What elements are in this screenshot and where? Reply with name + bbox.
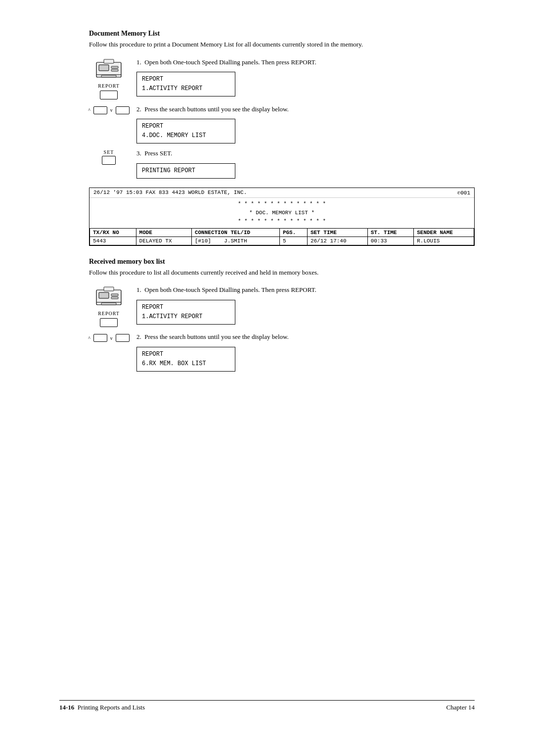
sec2-step1-icon-area: REPORT: [89, 285, 129, 327]
step3-display: PRINTING REPORT: [136, 163, 235, 179]
step1-content: 1. Open both One-touch Speed Dialling pa…: [136, 57, 475, 97]
section1: Document Memory List Follow this procedu…: [89, 30, 475, 246]
sec2-step1-display: REPORT 1.ACTIVITY REPORT: [136, 300, 235, 325]
step3-content: 3. Press SET. PRINTING REPORT: [136, 148, 475, 179]
section2-step1: REPORT 1. Open both One-touch Speed Dial…: [89, 285, 475, 327]
nav-buttons: ^ v: [88, 106, 130, 114]
col-sttime: ST. TIME: [367, 228, 414, 236]
col-mode: MODE: [136, 228, 191, 236]
col-sender: SENDER NAME: [414, 228, 474, 236]
sec2-step2-text: 2. Press the search buttons until you se…: [136, 332, 475, 342]
footer-right: Chapter 14: [446, 704, 475, 711]
svg-rect-2: [111, 66, 118, 68]
svg-rect-12: [101, 303, 116, 305]
sec2-step1-content: 1. Open both One-touch Speed Dialling pa…: [136, 285, 475, 325]
fax-stars: * * * * * * * * * * * * * * * DOC. MEMOR…: [89, 198, 474, 228]
svg-rect-5: [101, 75, 116, 77]
fax-sample-table: 26/12 '97 15:03 FAX 833 4423 WORLD ESTAT…: [89, 188, 475, 246]
section1-desc: Follow this procedure to print a Documen…: [89, 40, 475, 49]
step1-icon-area: REPORT: [89, 57, 129, 99]
sec2-step2-content: 2. Press the search buttons until you se…: [136, 332, 475, 372]
svg-rect-6: [104, 59, 114, 63]
fax-header-row: 26/12 '97 15:03 FAX 833 4423 WORLD ESTAT…: [89, 188, 474, 198]
report-icon-label: REPORT: [98, 83, 120, 89]
fax-data-table: TX/RX NO MODE CONNECTION TEL/ID PGS. SET…: [89, 228, 474, 245]
section1-step2: ^ v 2. Press the search buttons until yo…: [89, 104, 475, 144]
col-pgs: PGS.: [279, 228, 307, 236]
table-header-row: TX/RX NO MODE CONNECTION TEL/ID PGS. SET…: [90, 228, 474, 236]
sec2-step2-display: REPORT 6.RX MEM. BOX LIST: [136, 347, 235, 372]
section1-step1: REPORT 1. Open both One-touch Speed Dial…: [89, 57, 475, 99]
step3-text: 3. Press SET.: [136, 148, 475, 158]
up-button: [93, 106, 107, 114]
svg-rect-9: [111, 294, 118, 296]
step1-text: 1. Open both One-touch Speed Dialling pa…: [136, 57, 475, 67]
section2-step2: ^ v 2. Press the search buttons until yo…: [89, 332, 475, 372]
svg-rect-1: [99, 65, 109, 71]
nav-buttons-2: ^ v: [88, 334, 130, 342]
section1-step3: SET 3. Press SET. PRINTING REPORT: [89, 148, 475, 179]
svg-rect-10: [111, 297, 118, 299]
report-button-2: [100, 318, 118, 327]
sec2-step1-text: 1. Open both One-touch Speed Dialling pa…: [136, 285, 475, 295]
footer: 14-16 Printing Reports and Lists Chapter…: [59, 700, 475, 711]
col-conn: CONNECTION TEL/ID: [191, 228, 279, 236]
page: Document Memory List Follow this procedu…: [0, 0, 534, 756]
step2-content: 2. Press the search buttons until you se…: [136, 104, 475, 144]
fax-machine-icon-2: [94, 285, 124, 310]
up-button-2: [93, 334, 107, 342]
step2-text: 2. Press the search buttons until you se…: [136, 104, 475, 114]
section2: Received memory box list Follow this pro…: [89, 258, 475, 372]
fax-machine-icon: [94, 57, 124, 82]
col-txrx: TX/RX NO: [90, 228, 136, 236]
step2-display: REPORT 4.DOC. MEMORY LIST: [136, 119, 235, 143]
table-row: 5443 DELAYED TX [#10] J.SMITH 5 26/12 17…: [90, 236, 474, 245]
step3-icon-area: SET: [89, 148, 129, 165]
down-button: [116, 106, 130, 114]
down-button-2: [116, 334, 130, 342]
col-settime: SET TIME: [307, 228, 367, 236]
step1-display: REPORT 1.ACTIVITY REPORT: [136, 72, 235, 96]
svg-rect-8: [99, 292, 109, 298]
section2-title: Received memory box list: [89, 258, 475, 266]
step2-icon-area: ^ v: [89, 104, 129, 114]
svg-rect-3: [111, 69, 118, 71]
report-button: [100, 91, 118, 99]
sec2-step2-icon-area: ^ v: [89, 332, 129, 342]
footer-left: 14-16 Printing Reports and Lists: [59, 704, 145, 711]
report-icon-label-2: REPORT: [98, 311, 120, 316]
section1-title: Document Memory List: [89, 30, 475, 38]
section2-desc: Follow this procedure to list all docume…: [89, 268, 475, 278]
svg-rect-13: [104, 287, 114, 291]
set-button: [102, 156, 116, 165]
